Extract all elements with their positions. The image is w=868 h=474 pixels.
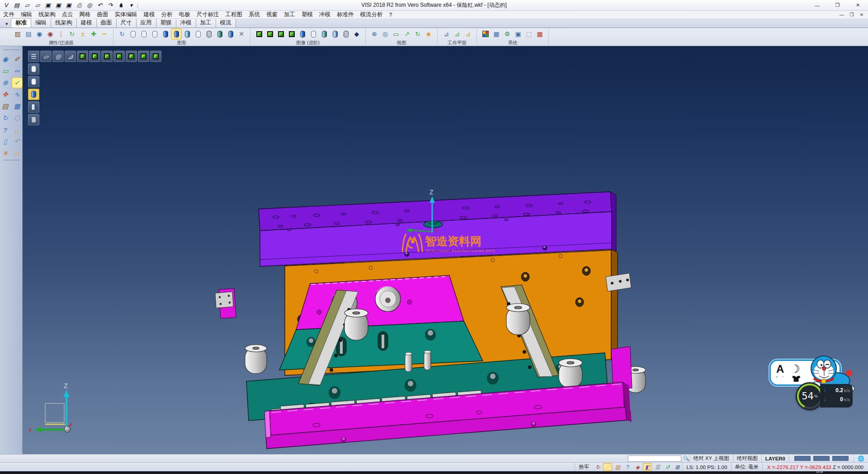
menu-item[interactable]: 加工 — [281, 11, 298, 19]
menu-item[interactable]: 电极 — [176, 11, 193, 19]
render-mode-icon[interactable]: ☻ — [424, 29, 434, 39]
menu-item[interactable]: 线架构 — [35, 11, 59, 19]
globe-icon[interactable]: 🌐 — [854, 455, 868, 462]
status-swatch[interactable] — [794, 456, 811, 461]
layer-shaded-icon[interactable] — [160, 29, 170, 39]
close-button[interactable]: ✕ — [848, 0, 868, 10]
layer-check-icon[interactable] — [215, 29, 225, 39]
redo-icon[interactable]: ↷ — [106, 1, 115, 9]
shade-solid-icon[interactable] — [297, 29, 307, 39]
toolbar-tab[interactable]: 标准 — [11, 18, 31, 28]
shade-hatch-icon[interactable] — [341, 29, 351, 39]
shade-check-icon[interactable] — [319, 29, 329, 39]
import-folder-icon[interactable]: ▱ — [12, 148, 22, 158]
query-help-icon[interactable]: ? — [0, 125, 10, 135]
shade-diamond-icon[interactable]: ◆ — [352, 29, 362, 39]
toolbar-tab[interactable]: 编辑 — [31, 18, 51, 28]
modify-attributes-icon[interactable]: ▨ — [13, 29, 23, 39]
toolbar-tab[interactable]: 塑膜 — [156, 18, 176, 28]
menu-item[interactable]: 冲模 — [316, 11, 334, 19]
new-file-icon[interactable]: ▤ — [12, 1, 21, 9]
delete-trash-icon[interactable]: ▯ — [0, 137, 10, 147]
view-bottom-icon[interactable] — [150, 51, 161, 62]
workplane-entity-icon[interactable]: ⊿ — [452, 29, 462, 39]
menu-item[interactable]: ? — [386, 11, 396, 19]
view-wcs-icon[interactable]: ⊿ — [65, 51, 76, 62]
display-wireframe-icon[interactable] — [28, 63, 39, 75]
layer-shaded-edges-icon[interactable] — [171, 29, 181, 39]
attributes-palette-icon[interactable]: ▤ — [0, 101, 10, 111]
selection-options-icon[interactable]: ⬚ — [524, 29, 534, 39]
shade-tag-icon[interactable] — [330, 29, 340, 39]
visi-logo-icon[interactable]: V — [2, 1, 11, 9]
zoom-dynamic-icon[interactable]: ⊕ — [0, 78, 10, 88]
lock-toggle[interactable]: 拴牢 — [575, 463, 593, 471]
solid-refresh-icon[interactable] — [276, 29, 286, 39]
menu-item[interactable]: 点云 — [59, 11, 76, 19]
solid-filter-icon[interactable] — [265, 29, 275, 39]
view-vector-icon[interactable]: ↗ — [402, 29, 412, 39]
view-rotate-icon[interactable]: ↻ — [413, 29, 423, 39]
tab-dropdown-icon[interactable]: ▼ — [3, 20, 11, 28]
maximize-button[interactable]: ❐ — [827, 0, 848, 10]
menu-item[interactable]: 建模 — [141, 11, 158, 19]
menu-item[interactable]: 尺寸标注 — [193, 11, 222, 19]
zoom-window-icon[interactable]: ◎ — [380, 29, 390, 39]
measure-distance-icon[interactable]: ↔ — [12, 125, 22, 135]
move-cs-icon[interactable]: ✥ — [0, 90, 10, 100]
grid-settings-icon[interactable]: ▩ — [535, 29, 545, 39]
side-plate-left[interactable] — [215, 289, 236, 318]
menu-item[interactable]: 塑模 — [298, 11, 316, 19]
view-top-icon[interactable] — [89, 51, 100, 62]
save-sync-icon[interactable]: ▣ — [64, 1, 73, 9]
attributes-document-icon[interactable]: ▤ — [24, 29, 33, 39]
print-preview-icon[interactable]: ◎ — [85, 1, 94, 9]
selection-filter-icon[interactable]: ◉ — [0, 54, 10, 64]
print-icon[interactable]: ⎙ — [75, 1, 84, 9]
insert-block-magenta[interactable] — [296, 275, 464, 330]
3d-viewport[interactable]: ☰ ▱◎⊿ — [23, 46, 868, 454]
menu-item[interactable]: 工程图 — [222, 11, 246, 19]
menu-item[interactable]: 实体编辑 — [112, 11, 141, 19]
toolbar-tab[interactable]: 冲模 — [176, 18, 196, 28]
settings-gear-icon[interactable]: ⚙ — [502, 29, 512, 39]
workplane-view-icon[interactable]: ⊿ — [463, 29, 473, 39]
show-all-icon[interactable]: ✚ — [89, 29, 99, 39]
color-palette-icon[interactable] — [481, 29, 491, 39]
menu-item[interactable]: 标准件 — [334, 11, 357, 19]
layer-hatch-icon[interactable] — [204, 29, 214, 39]
refresh-layers-icon[interactable]: ↻ — [117, 29, 127, 39]
view-right-icon[interactable] — [113, 51, 125, 62]
toolbar-tab[interactable]: 加工 — [196, 18, 216, 28]
qat-dropdown-icon[interactable]: ▾ — [127, 1, 136, 9]
toolbar-tab[interactable]: 曲面 — [96, 18, 117, 28]
toolbar-tab[interactable]: 建模 — [76, 18, 97, 28]
undo-restore-icon[interactable]: ↶ — [12, 137, 22, 147]
display-shaded-icon[interactable] — [28, 89, 39, 100]
menu-item[interactable]: 编辑 — [18, 11, 35, 19]
toolbar-grip[interactable] — [4, 49, 19, 52]
save-icon[interactable]: ▣ — [43, 1, 52, 9]
menu-item[interactable]: 模流分析 — [357, 11, 386, 19]
color-table-icon[interactable]: ▦ — [491, 29, 501, 39]
query-icon[interactable]: ? — [623, 463, 632, 471]
layer-stack-icon[interactable]: ☰ — [653, 463, 662, 471]
command-search-input[interactable] — [628, 455, 681, 462]
snap-solid-icon[interactable]: ◈ — [633, 463, 642, 471]
shade-outline-icon[interactable] — [308, 29, 318, 39]
menu-item[interactable]: 网格 — [76, 11, 94, 19]
grid-window-icon[interactable]: ⊞ — [673, 463, 682, 471]
curve-modify-icon[interactable]: ∿ — [12, 90, 22, 100]
zoom-in-out-icon[interactable]: ⊕ — [369, 29, 379, 39]
window-layout-icon[interactable]: ▦ — [12, 101, 22, 111]
structure-icon[interactable]: ▤ — [613, 463, 622, 471]
toolbar-tab[interactable]: 模流 — [216, 18, 236, 28]
layer-outline-icon[interactable] — [193, 29, 203, 39]
minimize-button[interactable]: — — [807, 0, 827, 10]
menu-item[interactable]: 曲面 — [94, 11, 112, 19]
menu-item[interactable]: 视窗 — [263, 11, 281, 19]
active-layer-indicator[interactable]: LAYER0 — [761, 455, 789, 462]
menu-item[interactable]: 分析 — [158, 11, 176, 19]
undo-icon[interactable]: ↶ — [95, 1, 104, 9]
layer-transparent-icon[interactable] — [182, 29, 192, 39]
